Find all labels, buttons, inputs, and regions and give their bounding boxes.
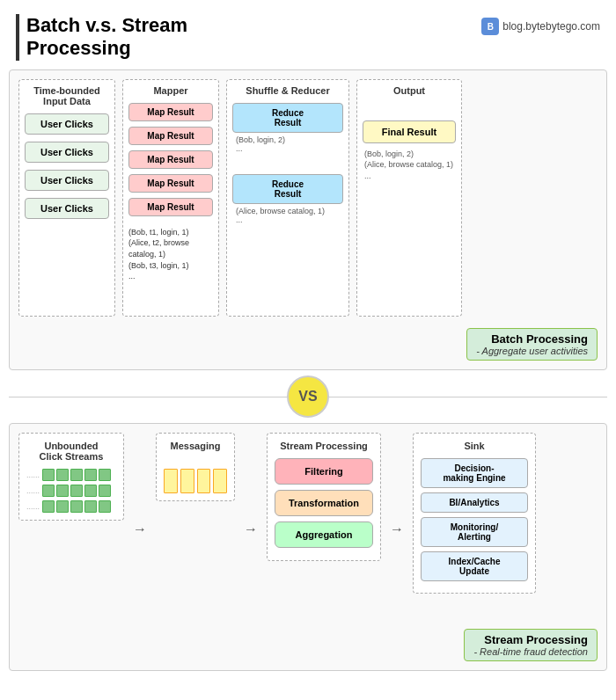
shuffle-col-header: Shuffle & Reducer [232, 85, 343, 96]
reduce-note-2: (Alice, browse catalog, 1)... [232, 207, 343, 224]
stream-proc-col-header: Stream Processing [275, 441, 373, 451]
reduce-result-2: ReduceResult [232, 174, 343, 204]
msg-blocks [164, 469, 227, 493]
transformation-box: Transformation [275, 490, 373, 516]
mapper-col: Mapper Map Result Map Result Map Result … [122, 79, 219, 317]
mapper-note: (Bob, t1, login, 1) (Alice, t2, browse c… [128, 227, 213, 282]
g3 [70, 469, 83, 481]
unbounded-col: UnboundedClick Streams ...... ...... [18, 433, 124, 521]
user-click-4: User Clicks [25, 198, 109, 219]
dots-1: ...... [26, 470, 40, 479]
batch-label: Batch Processing - Aggregate user activi… [466, 328, 598, 361]
g13 [70, 500, 83, 513]
map-result-2: Map Result [128, 127, 213, 145]
dots-2: ...... [26, 486, 40, 495]
g12 [56, 500, 69, 513]
user-click-1: User Clicks [25, 113, 109, 135]
output-col-header: Output [363, 85, 456, 96]
g1 [42, 469, 55, 481]
g11 [42, 500, 55, 513]
sink-col: Sink Decision-making Engine BI/Analytics… [413, 433, 536, 594]
brand-text: blog.bytebytego.com [502, 20, 600, 33]
yb1 [164, 469, 178, 493]
g14 [84, 500, 97, 513]
stream-row-2: ...... [26, 485, 116, 497]
output-note: (Bob, login, 2) (Alice, browse catalog, … [363, 149, 456, 182]
input-col-header: Time-boundedInput Data [25, 85, 109, 106]
g8 [70, 485, 83, 497]
g10 [99, 485, 111, 497]
dots-3: ...... [26, 502, 40, 511]
user-click-3: User Clicks [25, 170, 109, 191]
stream-rows: ...... ...... [26, 469, 116, 513]
batch-label-sub: - Aggregate user activities [476, 346, 588, 356]
sink-item-3: Monitoring/Alerting [421, 517, 528, 547]
vs-divider: VS [9, 370, 607, 423]
stream-label-title: Stream Processing [473, 633, 588, 646]
header: Batch v.s. Stream Processing B blog.byte… [9, 9, 607, 69]
sink-item-1: Decision-making Engine [421, 458, 528, 488]
brand-icon: B [481, 18, 499, 35]
stream-section: UnboundedClick Streams ...... ...... [9, 423, 607, 671]
reduce-result-1: ReduceResult [232, 103, 343, 133]
stream-layout: UnboundedClick Streams ...... ...... [18, 433, 598, 661]
arrow-unbounded-to-messaging: → [133, 521, 147, 537]
g7 [56, 485, 69, 497]
sink-item-4: Index/CacheUpdate [421, 551, 528, 581]
stream-row-1: ...... [26, 469, 116, 481]
user-click-2: User Clicks [25, 142, 109, 163]
input-col: Time-boundedInput Data User Clicks User … [18, 79, 115, 317]
batch-section: Time-boundedInput Data User Clicks User … [9, 69, 607, 370]
unbounded-col-header: UnboundedClick Streams [26, 441, 116, 462]
reduce-note-1: (Bob, login, 2)... [232, 135, 343, 153]
g4 [84, 469, 97, 481]
yb3 [197, 469, 211, 493]
mapper-col-header: Mapper [128, 85, 213, 96]
yb2 [180, 469, 194, 493]
sink-col-header: Sink [421, 441, 528, 451]
shuffle-col: Shuffle & Reducer ReduceResult (Bob, log… [226, 79, 349, 317]
batch-label-title: Batch Processing [476, 332, 588, 346]
g2 [56, 469, 69, 481]
g9 [84, 485, 97, 497]
input-items: User Clicks User Clicks User Clicks User… [25, 113, 109, 310]
sink-item-2: BI/Analytics [421, 492, 528, 513]
g5 [99, 469, 111, 481]
stream-label-sub: - Real-time fraud detection [473, 646, 588, 657]
aggregation-box: Aggregation [275, 521, 373, 548]
brand: B blog.bytebytego.com [481, 14, 600, 35]
stream-label: Stream Processing - Real-time fraud dete… [464, 629, 598, 661]
map-result-4: Map Result [128, 174, 213, 193]
filtering-box: Filtering [275, 458, 373, 485]
final-result-box: Final Result [363, 120, 456, 143]
vs-circle: VS [287, 376, 329, 418]
map-result-3: Map Result [128, 150, 213, 169]
map-result-5: Map Result [128, 198, 213, 216]
stream-proc-col: Stream Processing Filtering Transformati… [267, 433, 381, 561]
stream-row-3: ...... [26, 500, 116, 513]
batch-layout: Time-boundedInput Data User Clicks User … [18, 79, 598, 361]
arrow-proc-to-sink: → [390, 521, 404, 537]
messaging-col: Messaging [156, 433, 235, 501]
output-col: Output Final Result (Bob, login, 2) (Ali… [356, 79, 462, 317]
arrow-messaging-to-proc: → [244, 521, 258, 537]
g15 [99, 500, 111, 513]
messaging-col-header: Messaging [164, 441, 227, 451]
map-result-1: Map Result [128, 103, 213, 121]
g6 [42, 485, 55, 497]
page: Batch v.s. Stream Processing B blog.byte… [0, 0, 616, 680]
page-title: Batch v.s. Stream Processing [16, 14, 187, 61]
yb4 [213, 469, 227, 493]
